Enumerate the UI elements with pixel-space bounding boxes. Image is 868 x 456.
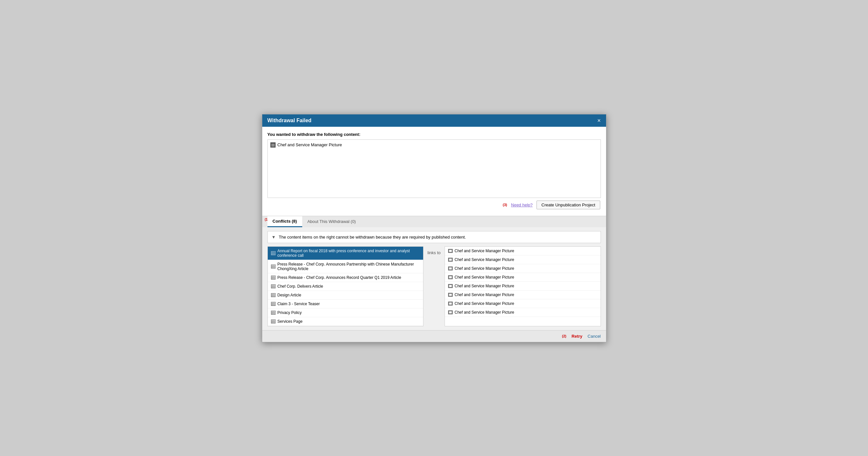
right-row-4[interactable]: Chef and Service Manager Picture <box>445 282 600 291</box>
right-item-4: Chef and Service Manager Picture <box>455 284 514 288</box>
picture-icon-3 <box>448 275 453 279</box>
content-box: Chef and Service Manager Picture <box>268 140 601 198</box>
conflict-row-5[interactable]: ▤ Claim 3 - Service Teaser <box>268 300 424 308</box>
collapse-icon[interactable]: ▼ <box>272 235 276 240</box>
conflict-table: ▤ Annual Report on fiscal 2018 with pres… <box>268 246 601 326</box>
tabs-relative: (1) Conflicts (8) About This Withdrawal … <box>262 216 606 227</box>
conflict-description: ▼ The content items on the right cannot … <box>268 231 601 243</box>
conflict-item-3: Chef Corp. Delivers Article <box>278 284 323 288</box>
picture-icon-5 <box>448 293 453 297</box>
tab-conflicts[interactable]: Conflicts (8) <box>268 216 302 227</box>
picture-icon-0 <box>448 249 453 253</box>
conflict-item-2: Press Release - Chef Corp. Announces Rec… <box>278 275 401 280</box>
article-icon-3: ▤ <box>271 284 276 288</box>
help-badge: (3) <box>503 203 507 207</box>
create-unpublication-button[interactable]: Create Unpublication Project <box>536 201 600 209</box>
right-item-6: Chef and Service Manager Picture <box>455 301 514 306</box>
right-row-6[interactable]: Chef and Service Manager Picture <box>445 299 600 308</box>
article-icon-0: ▤ <box>271 251 276 255</box>
tabs-row: Conflicts (8) About This Withdrawal (0) <box>262 216 606 227</box>
conflict-row-0[interactable]: ▤ Annual Report on fiscal 2018 with pres… <box>268 247 424 260</box>
article-icon-4: ▤ <box>271 293 276 297</box>
article-icon-5: ▤ <box>271 302 276 306</box>
conflict-row-1[interactable]: ▤ Press Release - Chef Corp. Announces P… <box>268 260 424 273</box>
left-panel: ▤ Annual Report on fiscal 2018 with pres… <box>268 246 424 326</box>
conflict-item-1: Press Release - Chef Corp. Announces Par… <box>278 262 420 271</box>
article-icon-6: ▤ <box>271 311 276 315</box>
need-help-button[interactable]: Need help? <box>511 203 533 207</box>
picture-icon-1 <box>448 258 453 262</box>
content-item-label: Chef and Service Manager Picture <box>278 142 342 147</box>
right-item-3: Chef and Service Manager Picture <box>455 275 514 279</box>
dialog-title: Withdrawal Failed <box>268 118 312 123</box>
picture-icon-4 <box>448 284 453 288</box>
document-icon <box>270 142 276 148</box>
conflict-item-7: Services Page <box>278 319 303 324</box>
article-icon-7: ▤ <box>271 320 276 324</box>
right-item-0: Chef and Service Manager Picture <box>455 249 514 253</box>
conflict-row-6[interactable]: ▤ Privacy Policy <box>268 308 424 317</box>
picture-icon-2 <box>448 267 453 270</box>
picture-icon-6 <box>448 302 453 306</box>
right-row-2[interactable]: Chef and Service Manager Picture <box>445 264 600 273</box>
dialog-header: Withdrawal Failed × <box>262 114 606 127</box>
withdrawal-failed-dialog: Withdrawal Failed × You wanted to withdr… <box>262 114 607 342</box>
right-row-5[interactable]: Chef and Service Manager Picture <box>445 291 600 299</box>
tabs-content: ▼ The content items on the right cannot … <box>262 227 606 330</box>
conflict-row-2[interactable]: ▤ Press Release - Chef Corp. Announces R… <box>268 273 424 282</box>
conflict-row-3[interactable]: ▤ Chef Corp. Delivers Article <box>268 282 424 291</box>
retry-button[interactable]: Retry <box>571 334 582 339</box>
right-row-7[interactable]: Chef and Service Manager Picture <box>445 308 600 317</box>
article-icon-1: ▤ <box>271 265 276 269</box>
picture-icon-7 <box>448 310 453 314</box>
conflict-row-7[interactable]: ▤ Services Page <box>268 317 424 326</box>
right-item-1: Chef and Service Manager Picture <box>455 257 514 262</box>
close-button[interactable]: × <box>597 118 601 123</box>
cancel-button[interactable]: Cancel <box>588 334 600 339</box>
conflict-description-text: The content items on the right cannot be… <box>279 235 466 240</box>
tab-about-withdrawal[interactable]: About This Withdrawal (0) <box>302 216 361 227</box>
withdraw-label: You wanted to withdraw the following con… <box>268 132 601 137</box>
footer-badge: (2) <box>562 334 566 338</box>
conflict-item-4: Design Article <box>278 293 301 297</box>
help-row: (3) Need help? Create Unpublication Proj… <box>268 201 601 209</box>
conflict-item-5: Claim 3 - Service Teaser <box>278 302 320 306</box>
right-row-1[interactable]: Chef and Service Manager Picture <box>445 255 600 264</box>
conflict-row-4[interactable]: ▤ Design Article <box>268 291 424 300</box>
right-panel: Chef and Service Manager Picture Chef an… <box>444 246 601 326</box>
dialog-body: You wanted to withdraw the following con… <box>262 127 606 216</box>
right-item-7: Chef and Service Manager Picture <box>455 310 514 315</box>
right-row-3[interactable]: Chef and Service Manager Picture <box>445 273 600 282</box>
links-to-label: links to <box>424 246 444 326</box>
content-item: Chef and Service Manager Picture <box>270 142 598 148</box>
article-icon-2: ▤ <box>271 276 276 279</box>
right-row-0[interactable]: Chef and Service Manager Picture <box>445 247 600 255</box>
tabs-section: (1) Conflicts (8) About This Withdrawal … <box>262 216 606 330</box>
dialog-footer: (2) Retry Cancel <box>262 330 606 342</box>
right-item-2: Chef and Service Manager Picture <box>455 266 514 271</box>
conflict-item-6: Privacy Policy <box>278 310 302 315</box>
right-item-5: Chef and Service Manager Picture <box>455 293 514 297</box>
conflict-item-0: Annual Report on fiscal 2018 with press … <box>278 249 420 258</box>
